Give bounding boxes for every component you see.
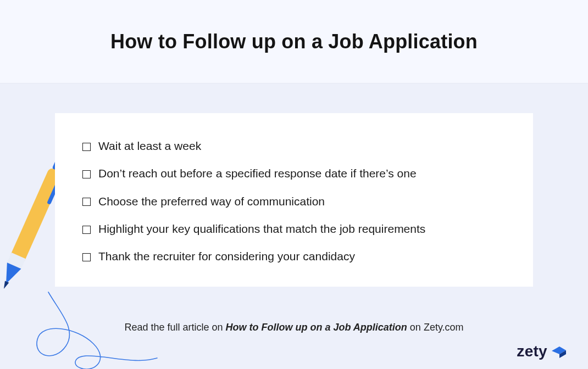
header-band: How to Follow up on a Job Application: [0, 0, 588, 83]
list-item-label: Highlight your key qualifications that m…: [98, 221, 425, 237]
canvas: Wait at least a week Don’t reach out bef…: [0, 83, 588, 369]
brand-mark-icon: [551, 343, 567, 360]
checkbox-icon: [82, 226, 91, 234]
svg-marker-4: [0, 262, 21, 287]
list-item: Wait at least a week: [82, 138, 506, 154]
footer-article-title: How to Follow up on a Job Application: [226, 322, 407, 333]
list-item: Choose the preferred way of communicatio…: [82, 194, 506, 209]
list-item-label: Choose the preferred way of communicatio…: [98, 194, 325, 209]
list-item: Don’t reach out before a specified respo…: [82, 166, 506, 181]
list-item-label: Wait at least a week: [98, 138, 201, 154]
checkbox-icon: [82, 170, 91, 178]
list-item: Thank the recruiter for considering your…: [82, 249, 506, 264]
page-title: How to Follow up on a Job Application: [110, 30, 478, 53]
checkbox-icon: [82, 198, 91, 206]
footer-prefix: Read the full article on: [124, 322, 225, 333]
list-item-label: Don’t reach out before a specified respo…: [98, 166, 417, 181]
svg-rect-3: [7, 253, 26, 269]
list-item-label: Thank the recruiter for considering your…: [98, 249, 355, 264]
checkbox-icon: [82, 253, 91, 261]
list-item: Highlight your key qualifications that m…: [82, 221, 506, 237]
brand-logo: zety: [517, 343, 567, 360]
checkbox-icon: [82, 143, 91, 151]
svg-marker-5: [2, 281, 9, 289]
footer-line: Read the full article on How to Follow u…: [0, 322, 588, 333]
checklist-card: Wait at least a week Don’t reach out bef…: [55, 113, 533, 287]
brand-wordmark: zety: [517, 343, 547, 360]
footer-suffix: on Zety.com: [407, 322, 464, 333]
